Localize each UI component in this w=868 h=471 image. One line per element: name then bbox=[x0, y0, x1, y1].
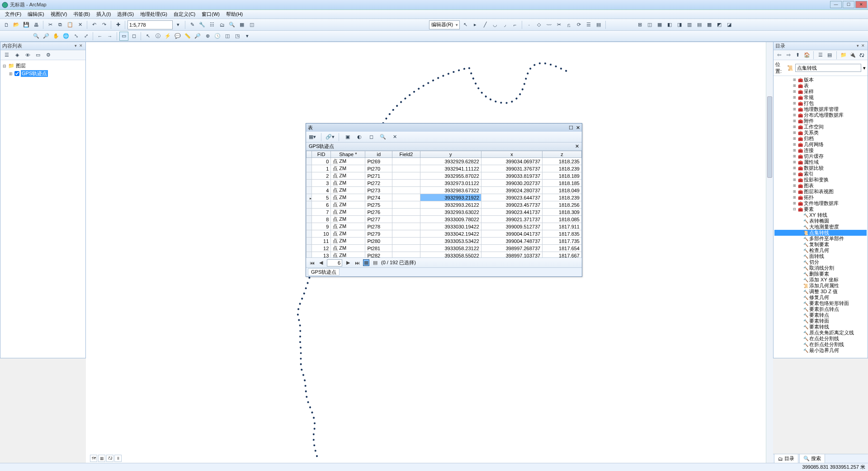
select-elements-icon[interactable]: ↖ bbox=[143, 32, 152, 41]
create-viewer-icon[interactable]: ◳ bbox=[233, 32, 242, 41]
close-icon[interactable]: ✕ bbox=[78, 43, 84, 49]
trace-icon[interactable]: ◞ bbox=[500, 20, 509, 29]
list-icon[interactable]: ▤ bbox=[826, 51, 834, 60]
menu-item[interactable]: 书签(B) bbox=[70, 10, 93, 19]
related-tables-icon[interactable]: 🔗▾ bbox=[326, 133, 335, 142]
refresh-icon[interactable]: 🗘 bbox=[858, 51, 866, 60]
layoutview-tab[interactable]: ▦ bbox=[98, 455, 105, 462]
connect-folder-icon[interactable]: 📁 bbox=[840, 51, 847, 60]
options-icon[interactable]: ⚙ bbox=[44, 51, 53, 60]
georef2-icon[interactable]: ◫ bbox=[645, 20, 654, 29]
editor-menu[interactable]: 编辑器(R) bbox=[429, 20, 460, 29]
zoom-selected-icon[interactable]: 🔍 bbox=[378, 133, 387, 142]
prev-icon[interactable]: ◀ bbox=[318, 260, 324, 266]
tree-row-layers[interactable]: ⊟ 📁 图层 bbox=[2, 62, 84, 70]
clear-selection-icon[interactable]: ◻ bbox=[367, 133, 376, 142]
home-icon[interactable]: 🏠 bbox=[803, 51, 811, 60]
undo-icon[interactable]: ↶ bbox=[90, 20, 99, 29]
show-all-icon[interactable]: ▦ bbox=[363, 259, 369, 266]
dropdown-icon[interactable]: ▾ bbox=[243, 32, 252, 41]
pin-icon[interactable]: ▾ bbox=[73, 43, 78, 49]
table-tab-gps[interactable]: GPS轨迹点 bbox=[308, 268, 340, 276]
catalog-icon[interactable]: 🗂 bbox=[217, 20, 226, 29]
list-by-source-icon[interactable]: ◈ bbox=[13, 51, 22, 60]
zoom-in-icon[interactable]: 🔍 bbox=[32, 32, 41, 41]
menu-item[interactable]: 窗口(W) bbox=[198, 10, 223, 19]
straight-segment-icon[interactable]: ╱ bbox=[481, 20, 490, 29]
table-icon[interactable]: ☷ bbox=[208, 20, 217, 29]
first-icon[interactable]: ⏮ bbox=[309, 260, 315, 266]
clear-selection-icon[interactable]: ◻ bbox=[129, 32, 138, 41]
find-icon[interactable]: 🔎 bbox=[193, 32, 202, 41]
layer-visibility-check[interactable] bbox=[14, 71, 19, 76]
tree-row-gps[interactable]: ⊞ GPS轨迹点 bbox=[2, 70, 84, 77]
viewer-icon[interactable]: ◫ bbox=[223, 32, 232, 41]
dataview-tab[interactable]: 🗺 bbox=[90, 455, 97, 462]
python-icon[interactable]: ▦ bbox=[237, 20, 246, 29]
arc-segment-icon[interactable]: ◡ bbox=[491, 20, 500, 29]
page-input[interactable] bbox=[327, 259, 342, 266]
right-angle-icon[interactable]: ⌐ bbox=[510, 20, 519, 29]
copy-icon[interactable]: ⧉ bbox=[56, 20, 65, 29]
catalog-item[interactable]: ⊞🧰版本 bbox=[774, 77, 867, 83]
catalog-item[interactable]: ⊞🧰常规 bbox=[774, 95, 867, 100]
html-popup-icon[interactable]: 💬 bbox=[173, 32, 182, 41]
model-icon[interactable]: ◫ bbox=[247, 20, 256, 29]
findxy-icon[interactable]: ⊕ bbox=[203, 32, 212, 41]
catalog-item[interactable]: ⊞🧰文件地理数据库 bbox=[774, 200, 867, 206]
redo-icon[interactable]: ↷ bbox=[99, 20, 108, 29]
table-options-icon[interactable]: ▦▾ bbox=[308, 133, 317, 142]
edit-arrow-icon[interactable]: ▸ bbox=[471, 20, 480, 29]
pin-icon[interactable]: ▾ bbox=[855, 43, 860, 49]
close-button[interactable]: ✕ bbox=[855, 1, 867, 8]
point-icon[interactable]: · bbox=[524, 20, 533, 29]
new-icon[interactable]: 🗋 bbox=[2, 20, 11, 29]
scale-down-icon[interactable]: ▾ bbox=[174, 20, 183, 29]
full-extent-icon[interactable]: 🌐 bbox=[61, 32, 71, 41]
catalog-item[interactable]: ⊞🧰几何网络 bbox=[774, 142, 867, 147]
disconnect-icon[interactable]: 🔌 bbox=[849, 51, 856, 60]
toc-tree[interactable]: ⊟ 📁 图层 ⊞ GPS轨迹点 bbox=[0, 60, 85, 358]
catalog-item[interactable]: ⊞🧰采样 bbox=[774, 89, 867, 95]
catalog-item[interactable]: ⊞🧰工作空间 bbox=[774, 124, 867, 130]
menu-item[interactable]: 编辑(E) bbox=[24, 10, 47, 19]
paste-icon[interactable]: 📋 bbox=[66, 20, 75, 29]
edit-vertices-icon[interactable]: ◇ bbox=[534, 20, 543, 29]
georef8-icon[interactable]: ▩ bbox=[705, 20, 714, 29]
georef3-icon[interactable]: ▦ bbox=[655, 20, 664, 29]
rotate-icon[interactable]: ⟳ bbox=[574, 20, 583, 29]
catalog-item[interactable]: ⊞🧰分布式地理数据库 bbox=[774, 112, 867, 118]
next-icon[interactable]: ▶ bbox=[345, 260, 351, 266]
maximize-icon[interactable]: ☐ bbox=[569, 125, 573, 131]
last-icon[interactable]: ⏭ bbox=[354, 260, 360, 266]
menu-item[interactable]: 地理处理(G) bbox=[137, 10, 170, 19]
catalog-tree[interactable]: ⊞🧰版本⊞🧰表⊞🧰采样⊞🧰常规⊞🧰打包⊞🧰地理数据库管理⊞🧰分布式地理数据库⊞🧰… bbox=[774, 76, 868, 358]
fixed-zoomout-icon[interactable]: ⤢ bbox=[81, 32, 90, 41]
time-slider-icon[interactable]: 🕓 bbox=[213, 32, 222, 41]
pan-icon[interactable]: ✋ bbox=[52, 32, 61, 41]
show-selected-icon[interactable]: ▤ bbox=[372, 260, 378, 266]
scale-combo[interactable] bbox=[127, 20, 173, 29]
catalog-item[interactable]: ⊞🧰表 bbox=[774, 83, 867, 89]
catalog-item[interactable]: ⊞🧰投影和变换 bbox=[774, 177, 867, 183]
close-icon[interactable]: ✕ bbox=[860, 43, 866, 49]
maximize-button[interactable]: ☐ bbox=[843, 1, 854, 8]
add-data-icon[interactable]: ✚ bbox=[113, 20, 123, 29]
fwd-icon[interactable]: ⇨ bbox=[784, 51, 792, 60]
back-icon[interactable]: ← bbox=[95, 32, 104, 41]
scale-input[interactable] bbox=[129, 22, 171, 28]
measure-icon[interactable]: 📏 bbox=[183, 32, 192, 41]
refresh-view-icon[interactable]: 🗘 bbox=[106, 455, 113, 462]
georef4-icon[interactable]: ◧ bbox=[665, 20, 674, 29]
print-icon[interactable]: 🖶 bbox=[32, 20, 41, 29]
select-by-attr-icon[interactable]: ▣ bbox=[343, 133, 352, 142]
dropdown-icon[interactable]: ▾ bbox=[863, 65, 866, 71]
catalog-item[interactable]: ⊞🧰数据比较 bbox=[774, 165, 867, 171]
attr-grid[interactable]: FIDShape *idField2yxz0点 ZMPt2693932929.6… bbox=[306, 151, 582, 257]
sketch-props-icon[interactable]: ▤ bbox=[594, 20, 603, 29]
list-by-drawing-icon[interactable]: ☰ bbox=[2, 51, 11, 60]
list-by-visibility-icon[interactable]: 👁 bbox=[23, 51, 32, 60]
georef5-icon[interactable]: ◨ bbox=[675, 20, 684, 29]
search-icon[interactable]: 🔍 bbox=[227, 20, 236, 29]
switch-selection-icon[interactable]: ◐ bbox=[355, 133, 364, 142]
